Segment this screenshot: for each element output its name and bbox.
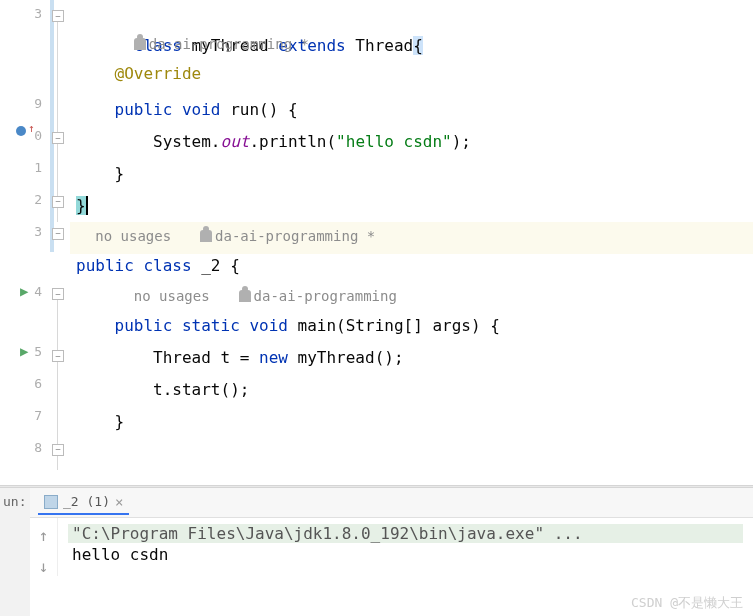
usage-hint[interactable]: no usages bbox=[134, 288, 210, 304]
author-icon bbox=[239, 290, 251, 302]
console-output[interactable]: "C:\Program Files\Java\jdk1.8.0_192\bin\… bbox=[58, 518, 753, 576]
fold-end-icon[interactable]: − bbox=[52, 228, 64, 240]
application-icon bbox=[44, 495, 58, 509]
up-arrow-icon[interactable]: ↑ bbox=[39, 526, 49, 545]
run-tab-label: _2 (1) bbox=[63, 494, 110, 509]
fold-end-icon[interactable]: − bbox=[52, 196, 64, 208]
console-toolbar: ↑ ↓ bbox=[30, 518, 58, 576]
caret-position: } bbox=[76, 196, 88, 215]
author-hint: da-ai-programming * bbox=[149, 36, 309, 52]
code-body[interactable]: class myThread extends Thread{ da-ai-pro… bbox=[70, 0, 753, 485]
fold-toggle-icon[interactable]: − bbox=[52, 10, 64, 22]
run-gutter-icon[interactable]: ▶ bbox=[20, 283, 28, 299]
editor[interactable]: 3 9 ↑ 0 1 2 3 4 ▶ 5 ▶ 6 7 8 − − − − − − … bbox=[0, 0, 753, 485]
close-icon[interactable]: × bbox=[115, 494, 123, 510]
usage-hint[interactable]: no usages bbox=[95, 228, 171, 244]
command-line: "C:\Program Files\Java\jdk1.8.0_192\bin\… bbox=[68, 524, 743, 543]
fold-gutter: − − − − − − − bbox=[50, 0, 70, 485]
stdout-line: hello csdn bbox=[68, 543, 743, 566]
fold-toggle-icon[interactable]: − bbox=[52, 350, 64, 362]
line-gutter: 3 9 ↑ 0 1 2 3 4 ▶ 5 ▶ 6 7 8 bbox=[0, 0, 50, 485]
run-label: un: bbox=[0, 488, 30, 616]
author-hint: da-ai-programming * bbox=[215, 228, 375, 244]
fold-toggle-icon[interactable]: − bbox=[52, 132, 64, 144]
run-tabs: _2 (1) × bbox=[30, 488, 753, 518]
fold-toggle-icon[interactable]: − bbox=[52, 288, 64, 300]
author-icon bbox=[134, 38, 146, 50]
watermark: CSDN @不是懒大王 bbox=[631, 594, 743, 612]
author-icon bbox=[200, 230, 212, 242]
run-tab[interactable]: _2 (1) × bbox=[38, 491, 129, 515]
down-arrow-icon[interactable]: ↓ bbox=[39, 557, 49, 576]
fold-end-icon[interactable]: − bbox=[52, 444, 64, 456]
author-hint: da-ai-programming bbox=[254, 288, 397, 304]
run-gutter-icon[interactable]: ▶ bbox=[20, 343, 28, 359]
